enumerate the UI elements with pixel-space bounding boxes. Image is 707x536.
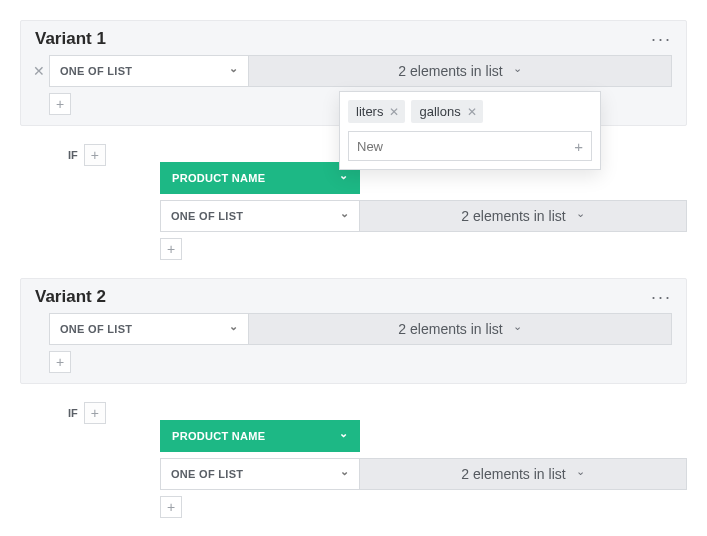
elements-summary-text: 2 elements in list	[398, 63, 502, 79]
condition-type-select[interactable]: ONE OF LIST	[49, 313, 249, 345]
variant-block-2: Variant 2 ··· ONE OF LIST 2 elements in …	[20, 278, 687, 384]
more-icon[interactable]: ···	[651, 30, 672, 48]
chevron-down-icon	[340, 210, 349, 223]
remove-condition-spacer	[29, 313, 49, 345]
nested-elements-summary-text: 2 elements in list	[461, 208, 565, 224]
remove-condition-icon[interactable]: ✕	[29, 55, 49, 87]
add-nested-condition-button[interactable]: +	[160, 496, 182, 518]
tag-item: liters ✕	[348, 100, 405, 123]
nested-block-2: IF + PRODUCT NAME ONE OF LIST 2 elements…	[50, 402, 687, 518]
product-name-select[interactable]: PRODUCT NAME	[160, 420, 360, 452]
tag-label: gallons	[419, 104, 460, 119]
add-if-button[interactable]: +	[84, 144, 106, 166]
new-tag-row: +	[348, 131, 592, 161]
product-name-label: PRODUCT NAME	[172, 172, 265, 184]
add-nested-condition-button[interactable]: +	[160, 238, 182, 260]
elements-summary-button[interactable]: 2 elements in list	[249, 313, 672, 345]
remove-tag-icon[interactable]: ✕	[467, 105, 477, 119]
nested-condition-row: ONE OF LIST 2 elements in list	[160, 458, 687, 490]
variant-header: Variant 2 ···	[21, 279, 686, 313]
nested-condition-type-select[interactable]: ONE OF LIST	[160, 200, 360, 232]
variant-title: Variant 2	[35, 287, 106, 307]
nested-condition-row: ONE OF LIST 2 elements in list	[160, 200, 687, 232]
tag-list: liters ✕ gallons ✕	[348, 100, 592, 123]
condition-row: ONE OF LIST 2 elements in list	[21, 313, 686, 345]
tag-label: liters	[356, 104, 383, 119]
nested-elements-summary-text: 2 elements in list	[461, 466, 565, 482]
if-label: IF	[68, 149, 78, 161]
chevron-down-icon	[576, 468, 585, 481]
chevron-down-icon	[340, 468, 349, 481]
chevron-down-icon	[339, 172, 348, 185]
nested-elements-summary-button[interactable]: 2 elements in list	[360, 200, 687, 232]
nested-elements-summary-button[interactable]: 2 elements in list	[360, 458, 687, 490]
chevron-down-icon	[576, 210, 585, 223]
add-condition-button[interactable]: +	[49, 93, 71, 115]
elements-popover: liters ✕ gallons ✕ +	[339, 91, 601, 170]
elements-summary-text: 2 elements in list	[398, 321, 502, 337]
nested-condition-type-select[interactable]: ONE OF LIST	[160, 458, 360, 490]
variant-header: Variant 1 ···	[21, 21, 686, 55]
condition-type-label: ONE OF LIST	[60, 323, 132, 335]
more-icon[interactable]: ···	[651, 288, 672, 306]
add-tag-icon[interactable]: +	[574, 138, 583, 155]
chevron-down-icon	[229, 65, 238, 78]
nested-condition-type-label: ONE OF LIST	[171, 468, 243, 480]
remove-tag-icon[interactable]: ✕	[389, 105, 399, 119]
new-tag-input[interactable]	[357, 139, 574, 154]
chevron-down-icon	[339, 430, 348, 443]
nested-condition-type-label: ONE OF LIST	[171, 210, 243, 222]
chevron-down-icon	[229, 323, 238, 336]
elements-summary-button[interactable]: 2 elements in list	[249, 55, 672, 87]
product-name-label: PRODUCT NAME	[172, 430, 265, 442]
if-label: IF	[68, 407, 78, 419]
condition-row: ✕ ONE OF LIST 2 elements in list liters …	[21, 55, 686, 87]
condition-type-select[interactable]: ONE OF LIST	[49, 55, 249, 87]
condition-type-label: ONE OF LIST	[60, 65, 132, 77]
add-condition-button[interactable]: +	[49, 351, 71, 373]
tag-item: gallons ✕	[411, 100, 482, 123]
chevron-down-icon	[513, 323, 522, 336]
chevron-down-icon	[513, 65, 522, 78]
add-if-button[interactable]: +	[84, 402, 106, 424]
variant-title: Variant 1	[35, 29, 106, 49]
product-name-select[interactable]: PRODUCT NAME	[160, 162, 360, 194]
variant-block-1: Variant 1 ··· ✕ ONE OF LIST 2 elements i…	[20, 20, 687, 126]
